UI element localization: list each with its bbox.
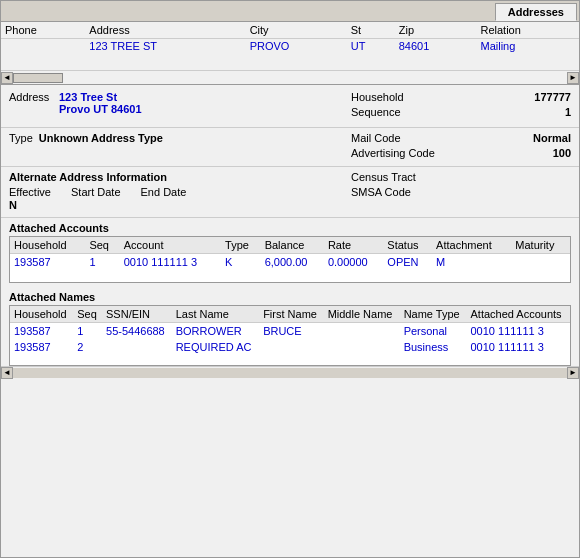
address-list-row[interactable]: 123 TREE ST PROVO UT 84601 Mailing bbox=[1, 39, 579, 55]
attached-names-title: Attached Names bbox=[1, 287, 579, 305]
names-col-firstname: First Name bbox=[259, 306, 323, 323]
names-lastname-2: REQUIRED AC bbox=[172, 339, 259, 355]
address-detail-row: Address 123 Tree St Provo UT 84601 bbox=[9, 91, 351, 115]
col-relation: Relation bbox=[477, 22, 580, 39]
cell-address: 123 TREE ST bbox=[85, 39, 245, 55]
names-ssn-2 bbox=[102, 339, 172, 355]
household-value: 177777 bbox=[534, 91, 571, 103]
address-line1: 123 Tree St bbox=[59, 91, 142, 103]
col-phone: Phone bbox=[1, 22, 85, 39]
acct-attachment: M bbox=[432, 254, 511, 271]
address-value-block: 123 Tree St Provo UT 84601 bbox=[59, 91, 142, 115]
advertising-code-label: Advertising Code bbox=[351, 147, 435, 159]
bottom-scroll-right-arrow[interactable]: ► bbox=[567, 367, 579, 379]
address-list-empty-row bbox=[1, 54, 579, 70]
names-seq-2: 2 bbox=[73, 339, 102, 355]
acct-seq: 1 bbox=[85, 254, 119, 271]
names-seq-1: 1 bbox=[73, 323, 102, 340]
names-nametype-1: Personal bbox=[400, 323, 467, 340]
acct-col-balance: Balance bbox=[261, 237, 324, 254]
hscroll-track[interactable] bbox=[13, 73, 567, 83]
census-tract-label: Census Tract bbox=[351, 171, 416, 183]
mail-code-value: Normal bbox=[533, 132, 571, 144]
hscroll-thumb[interactable] bbox=[13, 73, 63, 83]
names-col-attachedaccts: Attached Accounts bbox=[466, 306, 570, 323]
names-col-seq: Seq bbox=[73, 306, 102, 323]
bottom-scroll-track[interactable] bbox=[13, 368, 567, 378]
address-line2: Provo UT 84601 bbox=[59, 103, 142, 115]
alt-fields: Effective N Start Date End Date bbox=[9, 186, 351, 211]
hscrollbar-row[interactable]: ◄ ► bbox=[1, 70, 579, 84]
acct-col-seq: Seq bbox=[85, 237, 119, 254]
type-label: Type bbox=[9, 132, 33, 144]
scroll-right-arrow[interactable]: ► bbox=[567, 72, 579, 84]
acct-account: 0010 111111 3 bbox=[120, 254, 221, 271]
names-lastname-1: BORROWER bbox=[172, 323, 259, 340]
names-col-middlename: Middle Name bbox=[324, 306, 400, 323]
type-row: Type Unknown Address Type bbox=[9, 132, 351, 144]
address-table: Phone Address City St Zip Relation 123 T… bbox=[1, 22, 579, 70]
acct-type: K bbox=[221, 254, 261, 271]
acct-col-maturity: Maturity bbox=[511, 237, 570, 254]
effective-value: N bbox=[9, 199, 51, 211]
household-row: Household 177777 bbox=[351, 91, 571, 103]
tab-addresses[interactable]: Addresses bbox=[495, 3, 577, 21]
detail-left: Address 123 Tree St Provo UT 84601 bbox=[9, 91, 351, 121]
advertising-code-value: 100 bbox=[553, 147, 571, 159]
attached-accounts-title: Attached Accounts bbox=[1, 218, 579, 236]
tab-bar: Addresses bbox=[1, 1, 579, 22]
type-value: Unknown Address Type bbox=[39, 132, 163, 144]
bottom-scroll-left-arrow[interactable]: ◄ bbox=[1, 367, 13, 379]
acct-col-household: Household bbox=[10, 237, 85, 254]
bottom-scrollbar[interactable]: ◄ ► bbox=[1, 366, 579, 378]
cell-zip: 84601 bbox=[395, 39, 477, 55]
col-zip: Zip bbox=[395, 22, 477, 39]
scroll-left-arrow[interactable]: ◄ bbox=[1, 72, 13, 84]
end-date-field: End Date bbox=[141, 186, 187, 211]
names-household-1: 193587 bbox=[10, 323, 73, 340]
smsa-code-label: SMSA Code bbox=[351, 186, 411, 198]
acct-col-status: Status bbox=[383, 237, 432, 254]
start-date-field: Start Date bbox=[71, 186, 121, 211]
names-nametype-2: Business bbox=[400, 339, 467, 355]
acct-household: 193587 bbox=[10, 254, 85, 271]
names-middlename-1 bbox=[324, 323, 400, 340]
names-col-lastname: Last Name bbox=[172, 306, 259, 323]
attached-accounts-table: Household Seq Account Type Balance Rate … bbox=[10, 237, 570, 282]
census-tract-row: Census Tract bbox=[351, 171, 571, 183]
names-firstname-2 bbox=[259, 339, 323, 355]
address-label: Address bbox=[9, 91, 59, 103]
cell-relation: Mailing bbox=[477, 39, 580, 55]
acct-maturity bbox=[511, 254, 570, 271]
col-st: St bbox=[347, 22, 395, 39]
sequence-value: 1 bbox=[565, 106, 571, 118]
effective-field: Effective N bbox=[9, 186, 51, 211]
start-date-label: Start Date bbox=[71, 186, 121, 198]
acct-balance: 6,000.00 bbox=[261, 254, 324, 271]
acct-col-attachment: Attachment bbox=[432, 237, 511, 254]
names-row-2[interactable]: 193587 2 REQUIRED AC Business 0010 11111… bbox=[10, 339, 570, 355]
sequence-label: Sequence bbox=[351, 106, 401, 118]
names-row-1[interactable]: 193587 1 55-5446688 BORROWER BRUCE Perso… bbox=[10, 323, 570, 340]
alt-left: Alternate Address Information Effective … bbox=[9, 171, 351, 211]
type-section: Type Unknown Address Type Mail Code Norm… bbox=[1, 128, 579, 167]
mail-code-label: Mail Code bbox=[351, 132, 401, 144]
detail-right: Household 177777 Sequence 1 bbox=[351, 91, 571, 121]
col-city: City bbox=[246, 22, 347, 39]
type-left: Type Unknown Address Type bbox=[9, 132, 351, 162]
mail-code-row: Mail Code Normal bbox=[351, 132, 571, 144]
sequence-row: Sequence 1 bbox=[351, 106, 571, 118]
type-right: Mail Code Normal Advertising Code 100 bbox=[351, 132, 571, 162]
acct-col-account: Account bbox=[120, 237, 221, 254]
attached-names-table: Household Seq SSN/EIN Last Name First Na… bbox=[10, 306, 570, 365]
smsa-code-row: SMSA Code bbox=[351, 186, 571, 198]
attached-names-table-wrapper: Household Seq SSN/EIN Last Name First Na… bbox=[9, 305, 571, 366]
cell-city: PROVO bbox=[246, 39, 347, 55]
acct-row-1[interactable]: 193587 1 0010 111111 3 K 6,000.00 0.0000… bbox=[10, 254, 570, 271]
end-date-label: End Date bbox=[141, 186, 187, 198]
names-household-2: 193587 bbox=[10, 339, 73, 355]
household-label: Household bbox=[351, 91, 404, 103]
names-attachedaccts-2: 0010 111111 3 bbox=[466, 339, 570, 355]
address-list-section: Phone Address City St Zip Relation 123 T… bbox=[1, 22, 579, 85]
alternate-section: Alternate Address Information Effective … bbox=[1, 167, 579, 218]
